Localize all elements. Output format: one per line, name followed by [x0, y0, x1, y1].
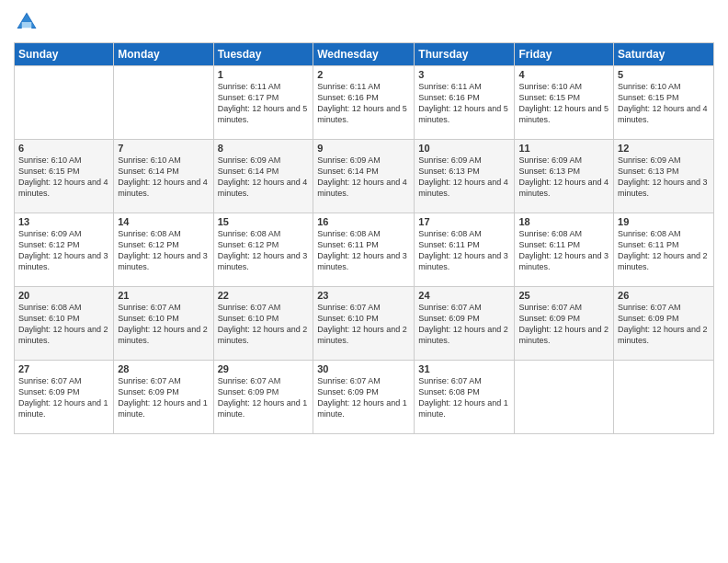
day-info: Sunrise: 6:07 AM Sunset: 6:09 PM Dayligh… — [618, 302, 710, 347]
day-info: Sunrise: 6:08 AM Sunset: 6:11 PM Dayligh… — [518, 228, 609, 273]
week-row-1: 1Sunrise: 6:11 AM Sunset: 6:17 PM Daylig… — [15, 66, 714, 140]
day-info: Sunrise: 6:07 AM Sunset: 6:09 PM Dayligh… — [218, 375, 310, 420]
day-number: 5 — [618, 69, 710, 80]
day-cell: 21Sunrise: 6:07 AM Sunset: 6:10 PM Dayli… — [114, 287, 213, 361]
week-row-4: 20Sunrise: 6:08 AM Sunset: 6:10 PM Dayli… — [15, 287, 714, 361]
header — [14, 9, 714, 35]
day-info: Sunrise: 6:07 AM Sunset: 6:09 PM Dayligh… — [317, 375, 410, 420]
day-cell: 6Sunrise: 6:10 AM Sunset: 6:15 PM Daylig… — [15, 140, 114, 213]
weekday-saturday: Saturday — [614, 43, 714, 66]
day-number: 1 — [218, 69, 310, 80]
day-cell: 17Sunrise: 6:08 AM Sunset: 6:11 PM Dayli… — [415, 213, 515, 287]
weekday-monday: Monday — [114, 43, 213, 66]
week-row-5: 27Sunrise: 6:07 AM Sunset: 6:09 PM Dayli… — [15, 361, 714, 434]
day-cell: 10Sunrise: 6:09 AM Sunset: 6:13 PM Dayli… — [415, 140, 515, 213]
day-number: 31 — [418, 363, 510, 374]
day-number: 21 — [118, 290, 209, 301]
day-number: 2 — [317, 69, 410, 80]
day-info: Sunrise: 6:07 AM Sunset: 6:09 PM Dayligh… — [18, 375, 109, 420]
day-number: 3 — [418, 69, 510, 80]
day-cell: 3Sunrise: 6:11 AM Sunset: 6:16 PM Daylig… — [415, 66, 515, 140]
weekday-wednesday: Wednesday — [313, 43, 415, 66]
week-row-2: 6Sunrise: 6:10 AM Sunset: 6:15 PM Daylig… — [15, 140, 714, 213]
day-cell: 5Sunrise: 6:10 AM Sunset: 6:15 PM Daylig… — [614, 66, 714, 140]
day-cell: 26Sunrise: 6:07 AM Sunset: 6:09 PM Dayli… — [614, 287, 714, 361]
day-cell — [15, 66, 114, 140]
day-info: Sunrise: 6:11 AM Sunset: 6:17 PM Dayligh… — [218, 81, 310, 126]
logo — [14, 9, 43, 35]
day-cell: 27Sunrise: 6:07 AM Sunset: 6:09 PM Dayli… — [15, 361, 114, 434]
day-cell: 31Sunrise: 6:07 AM Sunset: 6:08 PM Dayli… — [415, 361, 515, 434]
day-number: 4 — [518, 69, 609, 80]
day-cell: 7Sunrise: 6:10 AM Sunset: 6:14 PM Daylig… — [114, 140, 213, 213]
day-cell — [114, 66, 213, 140]
day-number: 27 — [18, 363, 109, 374]
day-info: Sunrise: 6:09 AM Sunset: 6:13 PM Dayligh… — [418, 155, 510, 200]
day-cell: 19Sunrise: 6:08 AM Sunset: 6:11 PM Dayli… — [614, 213, 714, 287]
day-cell: 9Sunrise: 6:09 AM Sunset: 6:14 PM Daylig… — [313, 140, 415, 213]
day-info: Sunrise: 6:10 AM Sunset: 6:15 PM Dayligh… — [18, 155, 109, 200]
day-info: Sunrise: 6:11 AM Sunset: 6:16 PM Dayligh… — [317, 81, 410, 126]
weekday-tuesday: Tuesday — [213, 43, 313, 66]
day-info: Sunrise: 6:08 AM Sunset: 6:11 PM Dayligh… — [418, 228, 510, 273]
day-info: Sunrise: 6:07 AM Sunset: 6:08 PM Dayligh… — [418, 375, 510, 420]
day-number: 7 — [118, 143, 209, 154]
day-cell: 4Sunrise: 6:10 AM Sunset: 6:15 PM Daylig… — [515, 66, 614, 140]
day-info: Sunrise: 6:07 AM Sunset: 6:10 PM Dayligh… — [218, 302, 310, 347]
day-info: Sunrise: 6:09 AM Sunset: 6:14 PM Dayligh… — [317, 155, 410, 200]
day-number: 28 — [118, 363, 209, 374]
day-cell: 1Sunrise: 6:11 AM Sunset: 6:17 PM Daylig… — [213, 66, 313, 140]
day-info: Sunrise: 6:09 AM Sunset: 6:13 PM Dayligh… — [518, 155, 609, 200]
day-cell: 2Sunrise: 6:11 AM Sunset: 6:16 PM Daylig… — [313, 66, 415, 140]
day-info: Sunrise: 6:07 AM Sunset: 6:10 PM Dayligh… — [118, 302, 209, 347]
day-info: Sunrise: 6:10 AM Sunset: 6:15 PM Dayligh… — [618, 81, 710, 126]
day-cell: 8Sunrise: 6:09 AM Sunset: 6:14 PM Daylig… — [213, 140, 313, 213]
day-cell: 25Sunrise: 6:07 AM Sunset: 6:09 PM Dayli… — [515, 287, 614, 361]
day-info: Sunrise: 6:10 AM Sunset: 6:15 PM Dayligh… — [518, 81, 609, 126]
day-number: 19 — [618, 216, 710, 227]
day-cell: 28Sunrise: 6:07 AM Sunset: 6:09 PM Dayli… — [114, 361, 213, 434]
day-number: 23 — [317, 290, 410, 301]
day-number: 8 — [218, 143, 310, 154]
day-number: 16 — [317, 216, 410, 227]
day-cell — [515, 361, 614, 434]
weekday-thursday: Thursday — [415, 43, 515, 66]
weekday-friday: Friday — [515, 43, 614, 66]
day-info: Sunrise: 6:08 AM Sunset: 6:12 PM Dayligh… — [218, 228, 310, 273]
calendar-table: SundayMondayTuesdayWednesdayThursdayFrid… — [14, 42, 714, 434]
day-number: 29 — [218, 363, 310, 374]
day-number: 6 — [18, 143, 109, 154]
day-cell: 16Sunrise: 6:08 AM Sunset: 6:11 PM Dayli… — [313, 213, 415, 287]
page: SundayMondayTuesdayWednesdayThursdayFrid… — [0, 0, 728, 563]
day-cell: 15Sunrise: 6:08 AM Sunset: 6:12 PM Dayli… — [213, 213, 313, 287]
day-number: 24 — [418, 290, 510, 301]
day-number: 20 — [18, 290, 109, 301]
day-cell — [614, 361, 714, 434]
svg-marker-3 — [17, 14, 35, 28]
day-cell: 11Sunrise: 6:09 AM Sunset: 6:13 PM Dayli… — [515, 140, 614, 213]
day-cell: 30Sunrise: 6:07 AM Sunset: 6:09 PM Dayli… — [313, 361, 415, 434]
day-cell: 22Sunrise: 6:07 AM Sunset: 6:10 PM Dayli… — [213, 287, 313, 361]
day-info: Sunrise: 6:10 AM Sunset: 6:14 PM Dayligh… — [118, 155, 209, 200]
day-number: 11 — [518, 143, 609, 154]
day-number: 30 — [317, 363, 410, 374]
day-info: Sunrise: 6:07 AM Sunset: 6:09 PM Dayligh… — [118, 375, 209, 420]
day-number: 22 — [218, 290, 310, 301]
day-number: 13 — [18, 216, 109, 227]
day-number: 18 — [518, 216, 609, 227]
day-cell: 18Sunrise: 6:08 AM Sunset: 6:11 PM Dayli… — [515, 213, 614, 287]
week-row-3: 13Sunrise: 6:09 AM Sunset: 6:12 PM Dayli… — [15, 213, 714, 287]
logo-icon — [14, 9, 40, 35]
day-info: Sunrise: 6:08 AM Sunset: 6:11 PM Dayligh… — [618, 228, 710, 273]
day-cell: 24Sunrise: 6:07 AM Sunset: 6:09 PM Dayli… — [415, 287, 515, 361]
day-info: Sunrise: 6:07 AM Sunset: 6:09 PM Dayligh… — [418, 302, 510, 347]
day-info: Sunrise: 6:09 AM Sunset: 6:13 PM Dayligh… — [618, 155, 710, 200]
day-info: Sunrise: 6:07 AM Sunset: 6:09 PM Dayligh… — [518, 302, 609, 347]
weekday-sunday: Sunday — [15, 43, 114, 66]
day-number: 26 — [618, 290, 710, 301]
day-info: Sunrise: 6:09 AM Sunset: 6:14 PM Dayligh… — [218, 155, 310, 200]
day-number: 25 — [518, 290, 609, 301]
day-cell: 13Sunrise: 6:09 AM Sunset: 6:12 PM Dayli… — [15, 213, 114, 287]
day-cell: 29Sunrise: 6:07 AM Sunset: 6:09 PM Dayli… — [213, 361, 313, 434]
day-info: Sunrise: 6:09 AM Sunset: 6:12 PM Dayligh… — [18, 228, 109, 273]
